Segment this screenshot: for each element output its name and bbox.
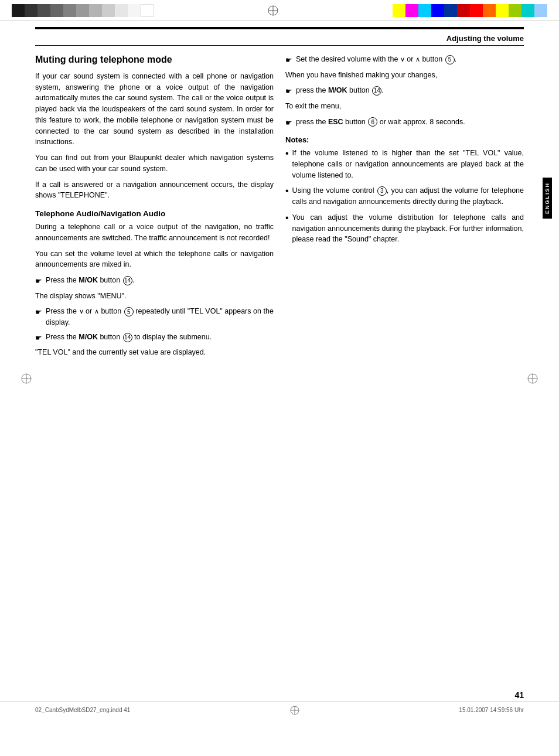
arrow-icon-3: ☛ [35,332,42,344]
arrow-icon-2: ☛ [35,307,42,318]
section1-body3: If a call is answered or a navigation an… [35,179,274,202]
swatch [128,4,141,17]
circle-14-1: 14 [123,276,132,285]
arrow-icon-1: ☛ [35,275,42,287]
bold-mok-2: M/OK [79,333,98,341]
arrow-text-r2: press the M/OK button 14. [296,85,524,96]
circle-14-r2: 14 [372,86,381,96]
bold-esc: ESC [328,118,343,126]
page-number: 41 [514,690,524,700]
swatch [444,4,457,17]
circle-6: 6 [368,117,377,127]
arrow-text-2: Press the ∨ or ∧ button 5 repeatedly unt… [46,306,274,328]
arrow-item-1: ☛ Press the M/OK button 14. [35,275,274,287]
swatch [141,4,154,17]
swatch [50,4,63,17]
right-column: ☛ Set the desired volume with the ∨ or ∧… [285,54,524,363]
swatch [431,4,444,17]
note-item-2: • Using the volume control 3, you can ad… [285,185,524,207]
swatch [457,4,470,17]
notes-heading: Notes: [285,135,524,144]
bullet-dot-3: • [285,212,289,224]
arrow-item-r1: ☛ Set the desired volume with the ∨ or ∧… [285,54,524,66]
arrow-item-r3: ☛ press the ESC button 6 or wait approx.… [285,117,524,129]
swatch [483,4,496,17]
swatch [521,4,534,17]
exit-text: To exit the menu, [285,101,524,112]
section2-heading: Telephone Audio/Navigation Audio [35,209,274,218]
content-area: Muting during telephone mode If your car… [35,54,524,363]
footer-left-text: 02_CanbSydMelbSD27_eng.indd 41 [35,707,130,713]
left-column: Muting during telephone mode If your car… [35,54,274,363]
arrow-icon-r3: ☛ [285,117,292,129]
tel-vol-text: "TEL VOL" and the currently set value ar… [35,347,274,358]
bold-mok-r2: M/OK [328,86,347,94]
crosshair-right [527,373,538,387]
swatch [63,4,76,17]
note-item-1: • If the volume listened to is higher th… [285,148,524,181]
section1-heading: Muting during telephone mode [35,54,274,66]
circle-5-1: 5 [124,307,134,316]
color-bar-right [393,4,547,17]
swatch [393,4,405,17]
swatch [418,4,431,17]
swatch [470,4,483,17]
page-footer: 02_CanbSydMelbSD27_eng.indd 41 15.01.200… [0,701,559,718]
swatch [509,4,521,17]
arrow-item-2: ☛ Press the ∨ or ∧ button 5 repeatedly u… [35,306,274,328]
arrow-text-r3: press the ESC button 6 or wait approx. 8… [296,117,524,128]
display-shows: The display shows "MENU". [35,291,274,302]
swatch [25,4,38,17]
footer-right-text: 15.01.2007 14:59:56 Uhr [459,707,524,713]
up-arrow-1: ∧ [94,308,99,315]
note-item-3: • You can adjust the volume distribution… [285,212,524,245]
swatch [89,4,102,17]
swatch [534,4,547,17]
circle-3: 3 [377,186,387,196]
arrow-text-3: Press the M/OK button 14 to display the … [46,332,274,343]
page-title: Adjusting the volume [446,34,524,43]
arrow-item-r2: ☛ press the M/OK button 14. [285,85,524,97]
down-arrow-r1: ∨ [400,56,405,63]
swatch [496,4,509,17]
swatch [12,4,25,17]
section2-body1: During a telephone call or a voice outpu… [35,222,274,244]
finished-text: When you have finished making your chang… [285,70,524,81]
color-bar-left [12,4,154,17]
bold-mok-1: M/OK [79,276,98,284]
arrow-text-1: Press the M/OK button 14. [46,275,274,286]
bullet-dot-1: • [285,148,289,160]
section1-body1: If your car sound system is connected wi… [35,71,274,148]
english-language-label: ENGLISH [543,178,552,219]
section1-body2: You can find out from your Blaupunkt dea… [35,152,274,175]
color-bar [0,0,559,21]
swatch [38,4,50,17]
swatch [102,4,115,17]
arrow-icon-r2: ☛ [285,86,292,97]
circle-14-2: 14 [123,333,132,342]
page-body: Adjusting the volume Muting during telep… [0,21,559,724]
crosshair-left [21,373,32,387]
section2-body2: You can set the volume level at which th… [35,248,274,271]
up-arrow-r1: ∧ [415,56,420,63]
circle-5-r1: 5 [445,55,455,64]
crosshair-bottom [289,705,300,716]
note-text-1: If the volume listened to is higher than… [292,148,524,181]
down-arrow-1: ∨ [79,308,84,315]
bullet-dot-2: • [285,185,289,197]
footer-center [130,705,459,716]
swatch [76,4,89,17]
swatch [405,4,418,17]
notes-list: • If the volume listened to is higher th… [285,148,524,245]
note-text-3: You can adjust the volume distribution f… [292,212,524,245]
arrow-icon-r1: ☛ [285,55,292,66]
arrow-text-r1: Set the desired volume with the ∨ or ∧ b… [296,54,524,65]
page-header: Adjusting the volume [35,29,524,46]
swatch [115,4,128,17]
note-text-2: Using the volume control 3, you can adju… [292,185,524,207]
crosshair-top [154,5,393,16]
arrow-item-3: ☛ Press the M/OK button 14 to display th… [35,332,274,344]
